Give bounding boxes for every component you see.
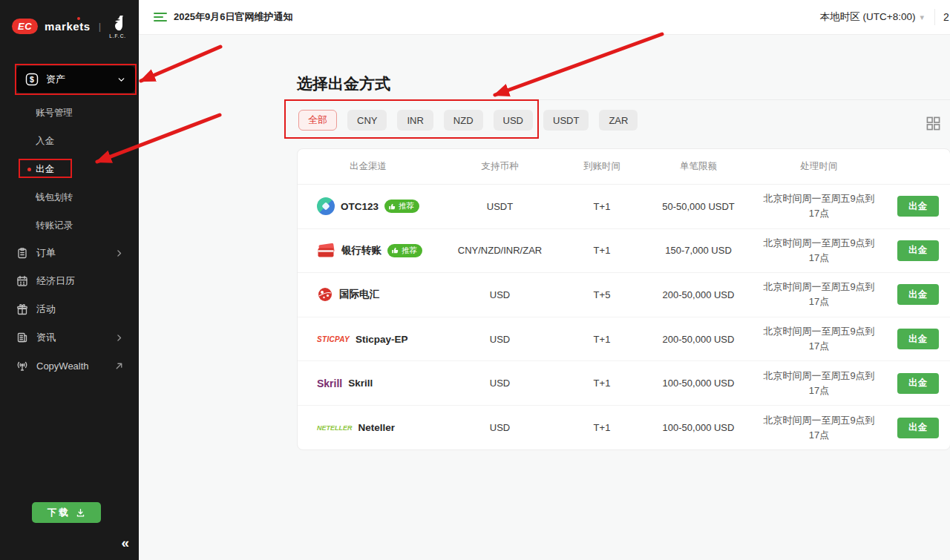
withdrawal-methods-table: 出金渠道支持币种到账时间单笔限额处理时间 OTC123推荐USDTT+150-5… (297, 148, 950, 450)
filter-chip-CNY[interactable]: CNY (347, 110, 387, 131)
thumb-up-icon (388, 202, 396, 211)
grid-icon (926, 116, 940, 131)
withdraw-button[interactable]: 出金 (897, 284, 939, 305)
currencies-cell: USD (439, 422, 561, 433)
assets-submenu: 账号管理入金出金钱包划转转账记录 (0, 99, 139, 240)
sidebar-subitem-账号管理[interactable]: 账号管理 (0, 99, 139, 127)
channel-cell: 银行转账推荐 (298, 243, 439, 258)
sidebar-subitem-出金[interactable]: 出金 (0, 155, 139, 183)
withdraw-button[interactable]: 出金 (897, 373, 939, 394)
calendar-icon (16, 275, 28, 287)
sidebar-item-活动[interactable]: 活动 (0, 295, 139, 323)
sidebar: EC markets | L.F.C. $ 资产 账号管理入金出金钱包划转转账记… (0, 0, 139, 560)
active-dot (27, 168, 31, 171)
globe-icon (317, 286, 333, 303)
brand-accent-dot (77, 17, 80, 20)
main-content: 选择出金方式 全部CNYINRNZDUSDUSDTZAR 出金渠道支持币种到账时… (139, 35, 950, 560)
table-body: OTC123推荐USDTT+150-50,000 USDT北京时间周一至周五9点… (298, 185, 950, 450)
timezone-label: 本地时区 (UTC+8:00) (820, 10, 916, 24)
sidebar-item-经济日历[interactable]: 经济日历 (0, 267, 139, 295)
column-header: 支持币种 (439, 160, 561, 173)
chevron-right-icon (114, 333, 124, 343)
sidebar-subitem-钱包划转[interactable]: 钱包划转 (0, 183, 139, 211)
channel-name: Sticpay-EP (356, 334, 408, 345)
channel-cell: SkrillSkrill (298, 378, 439, 389)
menu-label: 资讯 (36, 331, 114, 344)
topbar: 2025年9月6日官网维护通知 本地时区 (UTC+8:00) ▾ 2 (139, 0, 950, 35)
external-arrow-icon (114, 361, 124, 371)
sidebar-item-assets[interactable]: $ 资产 (16, 66, 135, 93)
menu-label: 经济日历 (36, 274, 124, 288)
limit-cell: 200-50,000 USD (643, 334, 754, 345)
dollar-icon: $ (25, 73, 39, 86)
download-button[interactable]: 下载 (32, 502, 101, 523)
recommended-badge: 推荐 (384, 200, 419, 213)
liverbird-icon (111, 15, 125, 33)
table-row-国际电汇: 国际电汇USDT+5200-50,000 USD北京时间周一至周五9点到17点出… (298, 273, 950, 317)
neteller-logo: NETELLER (317, 424, 353, 432)
column-header: 处理时间 (754, 160, 884, 173)
recommended-badge: 推荐 (387, 244, 422, 257)
lfc-logo: L.F.C. (109, 15, 126, 39)
sidebar-item-资讯[interactable]: 资讯 (0, 323, 139, 352)
processing-cell: 北京时间周一至周五9点到17点 (754, 191, 884, 221)
channel-name: 银行转账 (341, 244, 381, 257)
page-title: 选择出金方式 (297, 73, 390, 94)
filter-chip-ZAR[interactable]: ZAR (599, 110, 638, 131)
sidebar-item-label: 资产 (46, 73, 117, 86)
filter-chip-NZD[interactable]: NZD (444, 110, 483, 131)
filter-chip-USD[interactable]: USD (494, 110, 533, 131)
skrill-logo: Skrill (317, 378, 342, 389)
filter-chip-全部[interactable]: 全部 (298, 110, 337, 131)
channel-cell: NETELLERNeteller (298, 422, 439, 433)
currencies-cell: CNY/NZD/INR/ZAR (439, 245, 561, 256)
maintenance-notice-link[interactable]: 2025年9月6日官网维护通知 (174, 10, 292, 24)
svg-text:$: $ (30, 75, 34, 84)
column-header: 到账时间 (561, 160, 643, 173)
sidebar-subitem-入金[interactable]: 入金 (0, 127, 139, 155)
thumb-up-icon (391, 246, 399, 254)
arrival-cell: T+1 (561, 245, 643, 256)
channel-name: OTC123 (341, 201, 379, 212)
gift-icon (16, 303, 28, 315)
arrival-cell: T+1 (561, 378, 643, 389)
currencies-cell: USD (439, 289, 561, 300)
chevron-right-icon (114, 248, 124, 258)
menu-label: 活动 (36, 303, 124, 316)
table-row-OTC123: OTC123推荐USDTT+150-50,000 USDT北京时间周一至周五9点… (298, 185, 950, 229)
sidebar-item-订单[interactable]: 订单 (0, 239, 139, 267)
sticpay-logo: STICPAY (317, 335, 350, 343)
sidebar-item-CopyWealth[interactable]: CopyWealth (0, 352, 139, 380)
ec-logo-badge: EC (12, 19, 38, 34)
filter-chip-USDT[interactable]: USDT (543, 110, 589, 131)
limit-cell: 50-50,000 USDT (643, 201, 754, 212)
grid-view-toggle[interactable] (926, 116, 940, 131)
submenu-label: 转账记录 (36, 220, 73, 232)
chevron-down-icon (117, 75, 126, 85)
table-row-Sticpay-EP: STICPAYSticpay-EPUSDT+1200-50,000 USD北京时… (298, 317, 950, 362)
submenu-label: 出金 (36, 163, 54, 176)
channel-cell: 国际电汇 (298, 286, 439, 303)
otc123-icon (317, 197, 335, 215)
arrival-cell: T+1 (561, 422, 643, 433)
arrival-cell: T+1 (561, 201, 643, 212)
title-divider (297, 99, 950, 100)
withdraw-button[interactable]: 出金 (897, 240, 939, 261)
table-row-Skrill: SkrillSkrillUSDT+1100-50,000 USD北京时间周一至周… (298, 361, 950, 406)
column-header: 出金渠道 (298, 160, 439, 173)
filter-chip-INR[interactable]: INR (397, 110, 433, 131)
withdraw-button[interactable]: 出金 (897, 196, 939, 217)
currencies-cell: USDT (439, 201, 561, 212)
sidebar-subitem-转账记录[interactable]: 转账记录 (0, 211, 139, 240)
processing-cell: 北京时间周一至周五9点到17点 (754, 280, 884, 309)
sidebar-collapse-button[interactable]: « (121, 535, 129, 551)
arrival-cell: T+5 (561, 289, 643, 300)
withdraw-button[interactable]: 出金 (897, 329, 939, 349)
hamburger-menu-icon[interactable] (154, 12, 167, 22)
limit-cell: 100-50,000 USD (643, 378, 754, 389)
timezone-selector[interactable]: 本地时区 (UTC+8:00) ▾ (820, 10, 924, 24)
submenu-label: 入金 (36, 135, 54, 148)
channel-name: Skrill (348, 378, 373, 389)
withdraw-button[interactable]: 出金 (897, 418, 939, 438)
processing-cell: 北京时间周一至周五9点到17点 (754, 236, 884, 266)
